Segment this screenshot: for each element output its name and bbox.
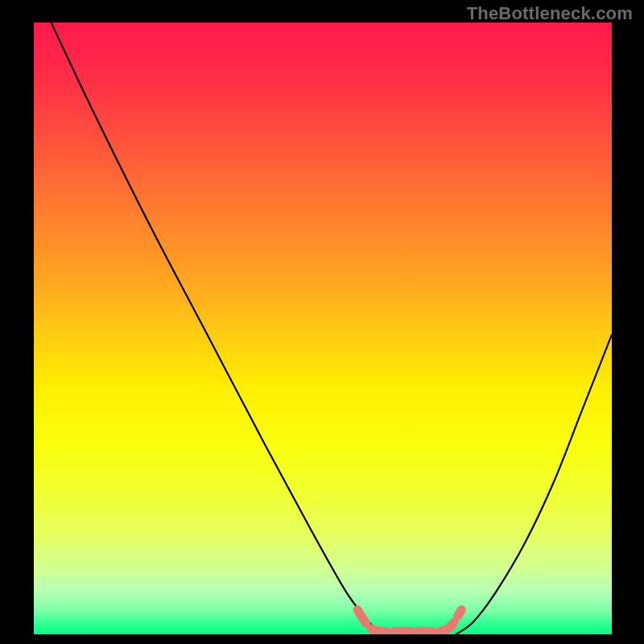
chart-background-gradient <box>34 23 612 634</box>
chart-plot-area <box>34 23 612 634</box>
watermark-text: TheBottleneck.com <box>467 3 633 24</box>
